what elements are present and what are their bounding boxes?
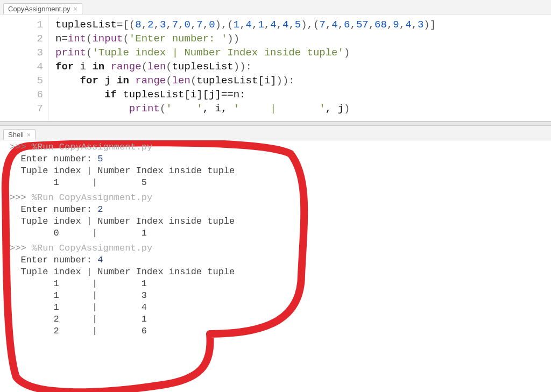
editor-tab[interactable]: CopyAssignment.py × <box>3 3 82 14</box>
editor-tab-label: CopyAssignment.py <box>8 5 70 13</box>
code-line-4: for i in range(len(tuplesList)): <box>55 60 551 74</box>
shell-output-row: 0 | 1 <box>10 227 551 239</box>
shell-output-row: 1 | 3 <box>10 290 551 302</box>
shell-prompt-line: >>> %Run CopyAssignment.py <box>10 243 551 254</box>
code-editor[interactable]: 1 2 3 4 5 6 7 tuplesList=[(8,2,3,7,0,7,0… <box>0 15 551 122</box>
close-icon[interactable]: × <box>74 6 77 12</box>
line-number: 1 <box>0 18 43 32</box>
shell-run-block: >>> %Run CopyAssignment.py Enter number:… <box>10 141 551 189</box>
shell-run-block: >>> %Run CopyAssignment.py Enter number:… <box>10 243 551 337</box>
shell-output-row: 1 | 1 <box>10 278 551 290</box>
shell-pane[interactable]: >>> %Run CopyAssignment.py Enter number:… <box>0 140 551 345</box>
line-number: 5 <box>0 74 43 88</box>
line-number: 7 <box>0 102 43 116</box>
editor-tab-bar: CopyAssignment.py × <box>0 0 551 15</box>
line-number-gutter: 1 2 3 4 5 6 7 <box>0 15 49 121</box>
shell-run-block: >>> %Run CopyAssignment.py Enter number:… <box>10 192 551 239</box>
code-line-7: print(' ', i, ' | ', j) <box>55 102 551 116</box>
close-icon[interactable]: × <box>27 132 31 138</box>
shell-output-row: 1 | 4 <box>10 302 551 313</box>
code-line-5: for j in range(len(tuplesList[i])): <box>55 74 551 88</box>
shell-output-header: Tuple index | Number Index inside tuple <box>10 216 551 227</box>
code-line-3: print('Tuple index | Number Index inside… <box>55 46 551 60</box>
shell-tab-label: Shell <box>8 131 24 139</box>
shell-output-header: Tuple index | Number Index inside tuple <box>10 266 551 278</box>
shell-prompt-line: >>> %Run CopyAssignment.py <box>10 141 551 153</box>
code-line-2: n=int(input('Enter number: ')) <box>55 32 551 46</box>
shell-tab[interactable]: Shell × <box>3 129 36 140</box>
line-number: 2 <box>0 32 43 46</box>
pane-divider[interactable] <box>0 122 551 126</box>
shell-output-row: 2 | 1 <box>10 313 551 325</box>
line-number: 6 <box>0 88 43 102</box>
shell-input-line: Enter number: 4 <box>10 254 551 266</box>
line-number: 3 <box>0 46 43 60</box>
code-line-6: if tuplesList[i][j]==n: <box>55 88 551 102</box>
code-area[interactable]: tuplesList=[(8,2,3,7,0,7,0),(1,4,1,4,4,5… <box>49 15 551 121</box>
shell-tab-bar: Shell × <box>0 126 551 140</box>
shell-output-header: Tuple index | Number Index inside tuple <box>10 165 551 177</box>
shell-input-line: Enter number: 5 <box>10 153 551 165</box>
shell-prompt-line: >>> %Run CopyAssignment.py <box>10 192 551 204</box>
shell-output: >>> %Run CopyAssignment.py Enter number:… <box>0 140 551 345</box>
shell-input-line: Enter number: 2 <box>10 204 551 216</box>
shell-output-row: 1 | 5 <box>10 177 551 189</box>
line-number: 4 <box>0 60 43 74</box>
shell-output-row: 2 | 6 <box>10 325 551 337</box>
code-line-1: tuplesList=[(8,2,3,7,0,7,0),(1,4,1,4,4,5… <box>55 18 551 32</box>
